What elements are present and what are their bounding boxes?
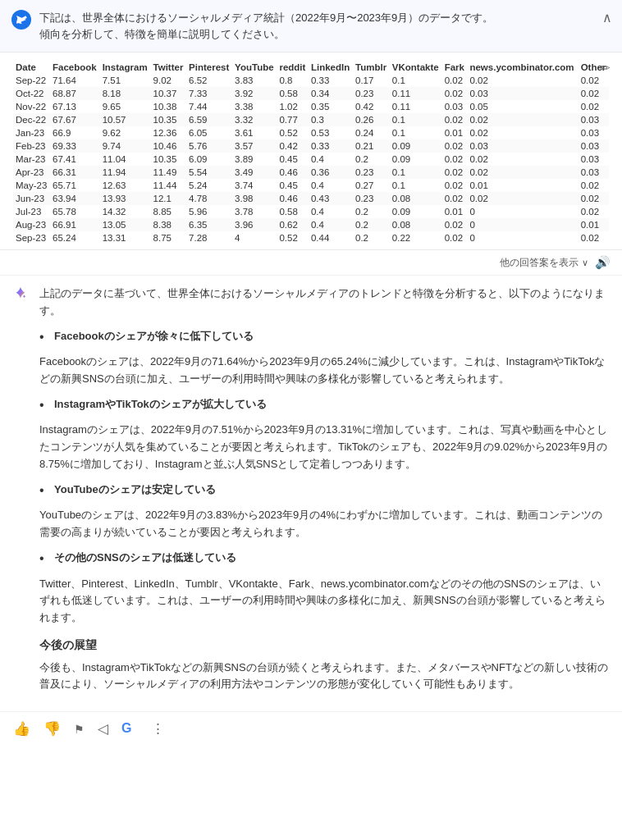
cell-facebook: 66.9 [50,126,100,139]
cell-pinterest: 7.44 [186,100,232,113]
bullet-heading-4: その他のSNSのシェアは低迷している [54,550,236,567]
answer-body-3: YouTubeのシェアは、2022年9月の3.83%から2023年9月の4%にわ… [39,507,609,541]
cell-pinterest: 7.28 [186,231,232,244]
cell-youtube: 3.74 [232,179,277,192]
cell-vkontakte: 0.09 [390,153,442,166]
chevron-down-icon: ∨ [582,258,588,268]
col-twitter: Twitter [151,61,187,74]
cell-linkedin: 0.44 [309,231,353,244]
col-news: news.ycombinator.com [467,61,578,74]
speaker-icon[interactable]: 🔊 [595,255,611,270]
cell-linkedin: 0.33 [309,139,353,153]
cell-youtube: 3.38 [232,100,277,113]
bullet-dot-4: • [39,548,54,569]
cell-instagram: 13.31 [100,231,151,244]
section-future-title: 今後の展望 [39,637,609,655]
cell-instagram: 9.74 [100,139,151,153]
cell-date: May-23 [13,179,50,192]
question-block: 下記は、世界全体におけるソーシャルメディア統計（2022年9月〜2023年9月）… [0,0,622,52]
cell-news: 0.02 [467,126,578,139]
cell-vkontakte: 0.08 [390,218,442,231]
show-other-label: 他の回答案を表示 [500,256,579,270]
cell-fark: 0.02 [442,166,468,179]
more-options-icon[interactable]: ⋮ [151,720,165,737]
cell-instagram: 11.04 [100,153,151,166]
bullet-item-3: • YouTubeのシェアは安定している [39,482,609,501]
cell-twitter: 10.46 [151,139,187,153]
cell-reddit: 0.45 [277,179,309,192]
show-other-responses-button[interactable]: 他の回答案を表示 ∨ [500,256,588,270]
bullet-item-2: • InstagramやTikTokのシェアが拡大している [39,396,609,416]
edit-icon[interactable]: ✏ [600,61,611,75]
cell-tumblr: 0.24 [353,126,390,139]
cell-instagram: 10.57 [100,113,151,126]
cell-news: 0.01 [467,179,578,192]
cell-reddit: 0.58 [277,205,309,218]
cell-other: 0.01 [579,218,609,231]
col-tumblr: Tumblr [353,61,390,74]
flag-icon[interactable]: ⚑ [74,723,85,736]
cell-other: 0.02 [579,100,609,113]
cell-pinterest: 5.76 [186,139,232,153]
cell-reddit: 0.52 [277,231,309,244]
cell-instagram: 9.62 [100,126,151,139]
cell-pinterest: 4.78 [186,192,232,205]
thumbs-down-icon[interactable]: 👎 [43,720,61,737]
cell-date: Apr-23 [13,166,50,179]
cell-reddit: 0.42 [277,139,309,153]
cell-news: 0.02 [467,74,578,87]
cell-instagram: 12.63 [100,179,151,192]
cell-other: 0.03 [579,113,609,126]
cell-fark: 0.01 [442,126,468,139]
col-date: Date [13,61,50,74]
cell-linkedin: 0.36 [309,166,353,179]
cell-linkedin: 0.53 [309,126,353,139]
answer-body-1: Facebookのシェアは、2022年9月の71.64%から2023年9月の65… [39,354,609,388]
col-youtube: YouTube [232,61,277,74]
data-table: Date Facebook Instagram Twitter Pinteres… [13,61,609,244]
cell-pinterest: 5.96 [186,205,232,218]
cell-facebook: 65.24 [50,231,100,244]
thumbs-up-icon[interactable]: 👍 [13,720,30,737]
table-row: Nov-2267.139.6510.387.443.381.020.350.42… [13,100,609,113]
cell-instagram: 8.18 [100,87,151,100]
cell-fark: 0.02 [442,192,468,205]
cell-tumblr: 0.23 [353,192,390,205]
cell-vkontakte: 0.1 [390,179,442,192]
cell-date: Oct-22 [13,87,50,100]
cell-twitter: 11.49 [151,166,187,179]
answer-intro: 上記のデータに基づいて、世界全体におけるソーシャルメディアのトレンドと特徴を分析… [39,285,609,320]
cell-fark: 0.02 [442,113,468,126]
cell-vkontakte: 0.1 [390,113,442,126]
bullet-heading-1: Facebookのシェアが徐々に低下している [54,328,254,345]
cell-date: Nov-22 [13,100,50,113]
cell-instagram: 13.93 [100,192,151,205]
cell-news: 0.02 [467,153,578,166]
cell-instagram: 14.32 [100,205,151,218]
cell-news: 0.02 [467,113,578,126]
answer-future-text: 今後も、InstagramやTikTokなどの新興SNSの台頭が続くと考えられま… [39,660,609,694]
cell-fark: 0.02 [442,139,468,153]
share-icon[interactable]: ◁ [98,720,108,737]
google-icon[interactable]: G [121,721,138,737]
cell-reddit: 1.02 [277,100,309,113]
cell-tumblr: 0.2 [353,153,390,166]
cell-fark: 0.02 [442,74,468,87]
cell-facebook: 66.31 [50,166,100,179]
cell-date: Jun-23 [13,192,50,205]
table-row: Oct-2268.878.1810.377.333.920.580.340.23… [13,87,609,100]
cell-date: Mar-23 [13,153,50,166]
cell-reddit: 0.62 [277,218,309,231]
table-row: Jan-2366.99.6212.366.053.610.520.530.240… [13,126,609,139]
cell-news: 0 [467,218,578,231]
cell-facebook: 67.13 [50,100,100,113]
cell-twitter: 10.38 [151,100,187,113]
cell-news: 0 [467,205,578,218]
cell-tumblr: 0.2 [353,205,390,218]
cell-other: 0.02 [579,179,609,192]
cell-tumblr: 0.27 [353,179,390,192]
col-vkontakte: VKontakte [390,61,442,74]
cell-instagram: 9.65 [100,100,151,113]
table-row: Jun-2363.9413.9312.14.783.980.460.430.23… [13,192,609,205]
collapse-button[interactable]: ∧ [602,10,612,25]
